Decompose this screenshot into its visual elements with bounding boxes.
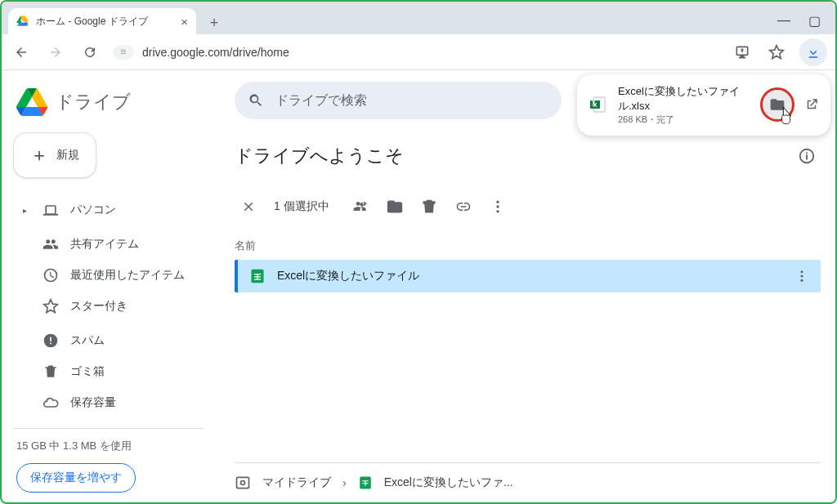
search-icon xyxy=(248,92,264,109)
link-icon[interactable] xyxy=(455,198,472,215)
close-tab-icon[interactable]: × xyxy=(181,15,188,29)
show-in-folder-button[interactable] xyxy=(760,87,794,122)
sidebar-item-computers[interactable]: ▸ パソコン xyxy=(13,196,204,224)
sidebar-item-storage[interactable]: 保存容量 xyxy=(13,389,204,417)
new-button-label: 新規 xyxy=(56,148,79,163)
star-icon xyxy=(43,298,59,314)
svg-text:X: X xyxy=(593,102,598,108)
sidebar: ドライブ ＋ 新規 ▸ パソコン 共有アイテム 最近使用したアイテム スター付き xyxy=(2,70,210,502)
page-title: ドライブへようこそ xyxy=(235,144,404,168)
sidebar-item-recent[interactable]: 最近使用したアイテム xyxy=(13,261,204,289)
column-header-name[interactable]: 名前 xyxy=(235,232,821,260)
file-name: Excelに変換したいファイル xyxy=(277,269,783,283)
new-tab-button[interactable]: + xyxy=(203,11,226,34)
sheets-icon xyxy=(249,268,266,284)
spam-icon xyxy=(43,332,59,349)
download-popup: X Excelに変換したいファイル.xlsx 268 KB・完了 xyxy=(577,74,830,136)
sidebar-label: パソコン xyxy=(70,203,116,217)
back-button[interactable] xyxy=(10,41,33,64)
open-external-icon[interactable] xyxy=(804,97,819,112)
sidebar-item-spam[interactable]: スパム xyxy=(13,327,204,355)
svg-point-10 xyxy=(496,210,499,212)
people-icon xyxy=(43,236,59,252)
buy-storage-button[interactable]: 保存容量を増やす xyxy=(16,463,136,493)
download-status: 268 KB・完了 xyxy=(618,114,750,126)
svg-rect-15 xyxy=(237,477,249,488)
clear-selection-button[interactable] xyxy=(235,193,262,221)
sidebar-item-trash[interactable]: ゴミ箱 xyxy=(13,358,204,386)
sidebar-label: ゴミ箱 xyxy=(70,364,105,379)
clock-icon xyxy=(43,267,59,283)
search-placeholder: ドライブで検索 xyxy=(275,92,367,109)
xlsx-file-icon: X xyxy=(589,95,608,114)
storage-usage-text: 15 GB 中 1.3 MB を使用 xyxy=(16,439,200,453)
browser-tab[interactable]: ホーム - Google ドライブ × xyxy=(8,8,196,34)
breadcrumb-current[interactable]: Excelに変換したいファ... xyxy=(384,475,513,490)
minimize-button[interactable]: — xyxy=(777,13,790,29)
svg-point-13 xyxy=(801,275,803,278)
share-icon[interactable] xyxy=(352,198,369,215)
plus-icon: ＋ xyxy=(30,143,48,167)
breadcrumb-root[interactable]: マイドライブ xyxy=(262,475,331,490)
bookmark-icon[interactable] xyxy=(765,41,788,64)
more-icon[interactable] xyxy=(490,198,506,215)
tab-title: ホーム - Google ドライブ xyxy=(36,15,174,29)
storage-section: 15 GB 中 1.3 MB を使用 保存容量を増やす xyxy=(13,428,204,502)
file-row-selected[interactable]: Excelに変換したいファイル xyxy=(235,260,821,292)
delete-icon[interactable] xyxy=(421,198,437,215)
sidebar-label: 保存容量 xyxy=(70,395,116,410)
move-icon[interactable]: + xyxy=(387,198,403,215)
drive-favicon xyxy=(16,15,29,28)
sidebar-item-shared[interactable]: 共有アイテム xyxy=(13,230,204,258)
download-filename: Excelに変換したいファイル.xlsx xyxy=(618,84,750,114)
sheets-icon xyxy=(358,475,373,490)
drive-brand-text: ドライブ xyxy=(56,90,131,114)
chevron-right-icon: › xyxy=(342,476,347,489)
selection-count: 1 個選択中 xyxy=(274,199,329,214)
sidebar-item-starred[interactable]: スター付き xyxy=(13,292,204,320)
file-more-icon[interactable] xyxy=(794,269,809,283)
url-text: drive.google.com/drive/home xyxy=(142,46,289,59)
chevron-right-icon: ▸ xyxy=(23,206,31,215)
cloud-icon xyxy=(43,395,59,411)
drive-logo-icon xyxy=(16,87,47,118)
sidebar-label: スパム xyxy=(70,333,105,348)
window-controls: — ▢ xyxy=(777,13,829,29)
new-button[interactable]: ＋ 新規 xyxy=(13,132,96,178)
reload-button[interactable] xyxy=(78,41,101,64)
trash-icon xyxy=(43,364,59,380)
breadcrumb: マイドライブ › Excelに変換したいファ... xyxy=(235,462,821,502)
browser-tabstrip: ホーム - Google ドライブ × + — ▢ xyxy=(2,2,835,34)
svg-point-12 xyxy=(801,270,803,273)
maximize-button[interactable]: ▢ xyxy=(808,13,821,29)
install-app-icon[interactable] xyxy=(731,41,754,64)
browser-toolbar: drive.google.com/drive/home X Excelに変換した… xyxy=(2,34,835,70)
selection-toolbar: 1 個選択中 + xyxy=(235,190,821,232)
address-bar[interactable]: drive.google.com/drive/home xyxy=(113,39,719,65)
info-icon[interactable] xyxy=(798,147,816,165)
forward-button[interactable] xyxy=(44,41,67,64)
cursor-pointer-icon xyxy=(777,105,795,126)
svg-point-14 xyxy=(801,279,803,282)
svg-point-16 xyxy=(241,481,245,485)
mydrive-icon xyxy=(235,475,251,491)
svg-point-9 xyxy=(496,205,499,207)
sidebar-label: 最近使用したアイテム xyxy=(70,268,185,283)
site-info-icon[interactable] xyxy=(113,45,134,60)
sidebar-label: 共有アイテム xyxy=(70,237,139,252)
drive-brand[interactable]: ドライブ xyxy=(13,82,204,129)
search-bar[interactable]: ドライブで検索 xyxy=(235,82,562,119)
sidebar-label: スター付き xyxy=(70,299,128,314)
svg-point-8 xyxy=(496,201,499,203)
downloads-button[interactable] xyxy=(799,38,827,66)
svg-text:+: + xyxy=(392,202,397,211)
laptop-icon xyxy=(43,202,59,218)
